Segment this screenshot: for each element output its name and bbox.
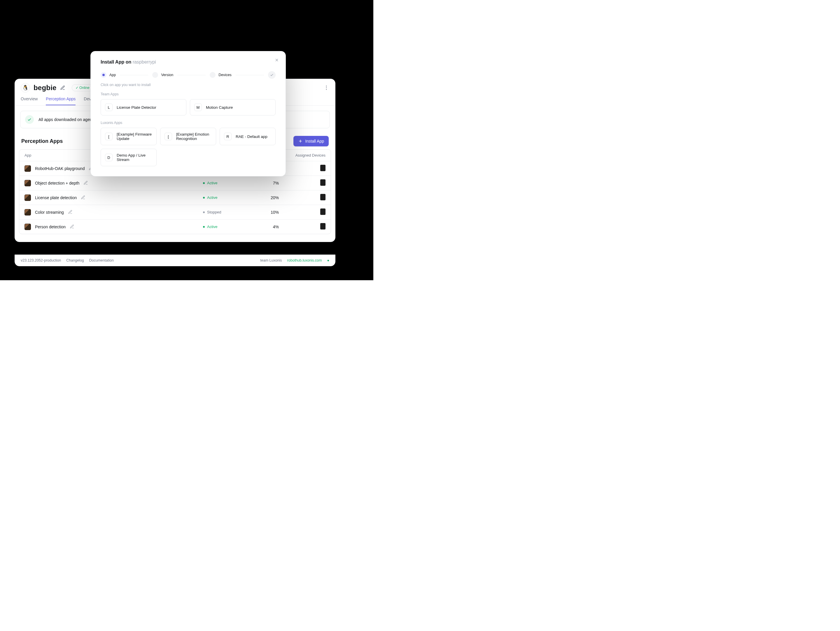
app-option[interactable]: [ [Example] Firmware Update xyxy=(101,128,156,145)
device-icon xyxy=(320,179,325,186)
step-label: App xyxy=(109,73,116,77)
group-label: Luxonis Apps xyxy=(101,121,276,125)
status-dot-icon: ● xyxy=(327,258,329,262)
app-icon xyxy=(25,224,31,230)
app-letter-badge: M xyxy=(194,104,202,111)
app-option-label: Motion Capture xyxy=(206,105,233,110)
app-option-label: License Plate Detector xyxy=(117,105,156,110)
app-option-label: Demo App / Live Stream xyxy=(117,153,152,162)
device-icon xyxy=(320,223,325,229)
modal-title-prefix: Install App on xyxy=(101,60,133,65)
status-cell: Stopped xyxy=(203,210,238,214)
app-option-label: RAE - Default app xyxy=(236,134,267,139)
alloc-cell: 4% xyxy=(238,224,279,229)
step-version[interactable]: Version xyxy=(152,72,173,78)
app-letter-badge: D xyxy=(105,154,112,161)
group-label: Team Apps xyxy=(101,92,276,96)
app-option[interactable]: L License Plate Detector xyxy=(101,99,186,115)
install-app-label: Install App xyxy=(305,139,324,144)
status-text: Active xyxy=(207,196,217,200)
tab-overview[interactable]: Overview xyxy=(21,96,38,105)
app-option[interactable]: D Demo App / Live Stream xyxy=(101,149,156,166)
app-icon xyxy=(25,209,31,216)
alert-text: All apps downloaded on agent xyxy=(38,117,93,122)
svg-point-2 xyxy=(326,89,327,90)
status-text: Active xyxy=(207,181,217,185)
status-dot-icon xyxy=(203,226,205,228)
app-name: Person detection xyxy=(35,224,66,229)
more-icon[interactable] xyxy=(324,85,329,91)
edit-icon[interactable] xyxy=(60,85,65,90)
app-name: Color streaming xyxy=(35,210,64,215)
device-icon xyxy=(320,194,325,200)
devices-cell xyxy=(279,223,325,230)
host-label[interactable]: robothub.luxonis.com xyxy=(287,258,322,262)
app-name: Object detection + depth xyxy=(35,181,79,185)
svg-point-1 xyxy=(326,87,327,88)
modal-help: Click on app you want to install xyxy=(101,83,276,87)
app-option[interactable]: M Motion Capture xyxy=(190,99,276,115)
alloc-cell: 20% xyxy=(238,196,279,200)
modal-hostname: raspberrypi xyxy=(133,60,156,65)
alloc-cell: 7% xyxy=(238,181,279,185)
step-app[interactable]: App xyxy=(101,72,116,78)
plus-icon xyxy=(298,139,303,144)
status-dot-icon xyxy=(203,211,205,213)
step-dot-icon xyxy=(210,72,216,78)
step-separator xyxy=(177,75,205,75)
devices-cell xyxy=(279,194,325,201)
stepper: App Version Devices xyxy=(101,71,276,79)
table-row[interactable]: Color streaming Stopped 10% xyxy=(19,205,331,219)
status-dot-icon xyxy=(203,197,205,199)
table-row[interactable]: License plate detection Active 20% xyxy=(19,190,331,205)
section-title: Perception Apps xyxy=(21,138,63,144)
agent-name: begbie xyxy=(33,84,57,92)
modal-title: Install App on raspberrypi xyxy=(101,60,276,65)
app-letter-badge: [ xyxy=(105,133,112,140)
alloc-cell: 10% xyxy=(238,210,279,215)
table-row[interactable]: Object detection + depth Active 7% xyxy=(19,175,331,190)
edit-icon[interactable] xyxy=(70,224,75,229)
col-devices: Assigned Devices xyxy=(279,153,325,158)
footer-link-documentation[interactable]: Documentation xyxy=(89,258,114,262)
step-separator xyxy=(120,75,148,75)
status-cell: Active xyxy=(203,181,238,185)
app-option[interactable]: R RAE - Default app xyxy=(219,128,276,145)
step-separator xyxy=(236,75,264,75)
status-badge: ✓ Online xyxy=(72,84,93,91)
device-icon xyxy=(320,165,325,171)
device-icon xyxy=(320,208,325,215)
step-devices[interactable]: Devices xyxy=(210,72,231,78)
install-app-button[interactable]: Install App xyxy=(294,136,329,147)
footer-link-changelog[interactable]: Changelog xyxy=(66,258,84,262)
app-option-label: [Example] Emotion Recognition xyxy=(176,132,212,141)
step-dot-icon xyxy=(101,72,106,78)
app-letter-badge: [ xyxy=(164,133,172,140)
check-icon xyxy=(25,115,34,124)
status-text: Stopped xyxy=(207,210,221,214)
app-name: RobotHub-OAK playground xyxy=(35,166,85,171)
edit-icon[interactable] xyxy=(81,195,86,200)
app-letter-badge: R xyxy=(224,133,232,140)
tab-perception-apps[interactable]: Perception Apps xyxy=(46,96,76,105)
app-icon xyxy=(25,180,31,186)
status-text: Active xyxy=(207,224,217,229)
devices-cell xyxy=(279,208,325,216)
table-row[interactable]: Person detection Active 4% xyxy=(19,219,331,234)
footer-bar: v23.123.2052-production Changelog Docume… xyxy=(14,254,335,266)
app-icon xyxy=(25,194,31,201)
app-option[interactable]: [ [Example] Emotion Recognition xyxy=(160,128,216,145)
status-dot-icon xyxy=(203,182,205,184)
step-label: Devices xyxy=(218,73,231,77)
status-cell: Active xyxy=(203,196,238,200)
devices-cell xyxy=(279,179,325,187)
close-icon[interactable] xyxy=(275,58,280,63)
app-option-label: [Example] Firmware Update xyxy=(117,132,152,141)
edit-icon[interactable] xyxy=(84,180,88,186)
agent-avatar: 🐧 xyxy=(21,83,30,92)
step-complete-icon xyxy=(268,71,276,79)
step-label: Version xyxy=(161,73,173,77)
team-label: team Luxonis xyxy=(260,258,282,262)
app-name: License plate detection xyxy=(35,196,77,200)
edit-icon[interactable] xyxy=(68,210,73,215)
